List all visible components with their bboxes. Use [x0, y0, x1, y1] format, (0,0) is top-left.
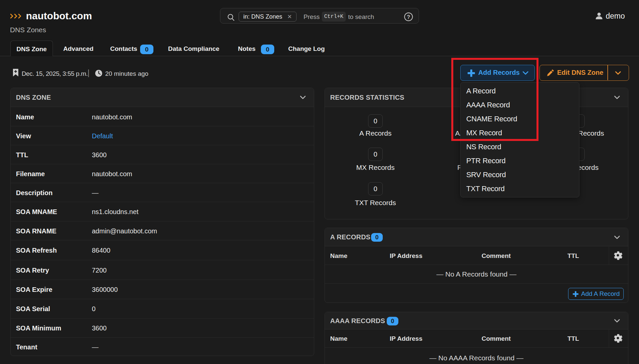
svg-text:?: ?	[407, 14, 410, 20]
